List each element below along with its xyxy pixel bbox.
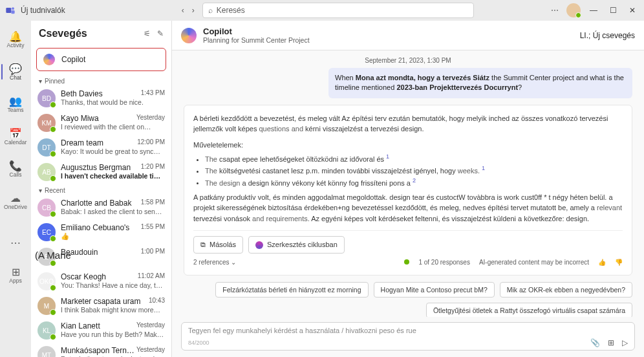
send-icon[interactable]: ▷: [622, 338, 628, 347]
copilot-label: Copilot: [61, 55, 85, 64]
rail-item-calls[interactable]: 📞Calls: [1, 154, 30, 184]
chat-name: Charlotte and Babak: [61, 199, 141, 208]
user-avatar[interactable]: [566, 3, 581, 17]
chat-preview: Kayo: It would be great to sync…: [61, 147, 165, 155]
window-close[interactable]: ✕: [626, 6, 639, 15]
rail-item-teams[interactable]: 👥Teams: [1, 89, 30, 119]
chat-item[interactable]: CBCharlotte and Babak1:58 PMBabak: I ask…: [31, 195, 171, 220]
chat-item[interactable]: ECEmiliano Cebuano's1:55 PM👍: [31, 220, 171, 244]
chat-time: 1:58 PM: [141, 199, 165, 208]
search-input[interactable]: ⌕ Keresés: [202, 3, 474, 18]
rail-item-calendar[interactable]: 📅Calendar: [1, 122, 30, 151]
chat-preview: 👍: [61, 232, 165, 241]
thumbs-down-icon[interactable]: 👎: [615, 257, 623, 267]
date-separator: September 21, 2023, 1:30 PM: [184, 57, 632, 64]
chat-preview: I reviewed with the client on…: [61, 123, 165, 131]
new-chat-icon[interactable]: ✎: [157, 29, 164, 38]
chat-name: Kayo Miwa: [61, 114, 136, 123]
avatar: M: [38, 297, 56, 315]
copilot-icon: [181, 28, 197, 43]
attach-icon[interactable]: 📎: [590, 338, 600, 347]
chat-time: 1:55 PM: [141, 223, 165, 232]
window-minimize[interactable]: —: [587, 6, 600, 15]
onedrive-icon: ☁: [10, 192, 21, 204]
disclaimer: AI-generated content may be incorrect: [479, 257, 589, 267]
more-icon: ⋯: [10, 237, 21, 248]
suggestion-chip[interactable]: Ötletgyűjtési ötletek a Rattyt összefogó…: [426, 303, 632, 317]
header-right[interactable]: LI.; Új csevegés: [580, 31, 635, 40]
conversation-title: Copilot: [203, 27, 310, 36]
response-count: 1 of 20 responses: [418, 257, 470, 267]
chat-sidebar: Csevegés ⚟ ✎ Copilot ▾Pinned BDBeth Davi…: [31, 21, 172, 357]
chat-preview: I haven't checked available time…: [61, 172, 165, 180]
edit-loop-button[interactable]: Szerkesztés ciklusban: [248, 236, 345, 254]
avatar: KL: [38, 321, 56, 340]
chat-preview: You: Thanks! Have a nice day, t…: [61, 281, 165, 289]
chat-name: Kian Lanett: [61, 321, 136, 330]
loop-icon: [255, 241, 263, 249]
rail-item-chat[interactable]: 💬Chat: [1, 57, 30, 87]
chat-name: Emiliano Cebuano's: [61, 223, 141, 232]
search-placeholder: Keresés: [217, 6, 245, 15]
avatar: MT: [38, 346, 56, 357]
calls-icon: 📞: [9, 160, 22, 171]
chat-name: Marketer csapata uram: [61, 297, 149, 306]
chat-name: Munkaósapon Ternate: [61, 346, 136, 355]
chat-item[interactable]: MMarketer csapata uram10:43I think Babak…: [31, 294, 171, 318]
chat-item[interactable]: BBeaudouin1:00 PM: [31, 244, 171, 269]
chat-item[interactable]: MTMunkaósapon TernateYesterdayReta: Let'…: [31, 343, 171, 357]
chat-time: 10:43: [149, 297, 165, 306]
more-icon[interactable]: ⋯: [551, 6, 560, 15]
sidebar-item-copilot[interactable]: Copilot: [36, 48, 166, 71]
conversation-subtitle: Planning for Summit Center Project: [203, 36, 310, 44]
chat-time: Yesterday: [136, 346, 165, 355]
copy-icon: ⧉: [200, 239, 206, 250]
rail-item-onedrive[interactable]: ☁OneDrive: [1, 186, 30, 216]
user-message: When Mona azt mondta, hogy a tervezés Si…: [328, 68, 632, 98]
chat-name: Beaudouin: [61, 248, 141, 257]
apps-icon: ⊞: [12, 266, 20, 277]
grid-icon[interactable]: ⊞: [608, 338, 614, 347]
nav-forward-icon[interactable]: ›: [192, 6, 195, 15]
chat-item[interactable]: DTDream team12:00 PMKayo: It would be gr…: [31, 135, 171, 160]
svg-rect-0: [6, 8, 11, 13]
svg-rect-2: [11, 10, 14, 14]
suggestion-chip[interactable]: Mik az OKR-ek ebben a negyedévben?: [500, 282, 632, 298]
suggestion-chip[interactable]: Hogyan Mite a Contoso precut bM?: [374, 282, 495, 298]
chat-time: Yesterday: [136, 321, 165, 330]
chat-name: Augusztus Bergman: [61, 163, 141, 172]
assistant-message: A bérleti kezdődött a bevezetést, és mel…: [184, 105, 632, 276]
section-pinned[interactable]: ▾Pinned: [31, 75, 171, 86]
sidebar-title: Csevegés: [39, 28, 137, 39]
chevron-down-icon: ⌄: [231, 259, 236, 266]
chat-item[interactable]: OKOOscar Keogh11:02 AMYou: Thanks! Have …: [31, 269, 171, 294]
rail-item-activity[interactable]: 🔔Activity: [1, 25, 30, 54]
thumbs-up-icon[interactable]: 👍: [598, 257, 606, 267]
chat-item[interactable]: BDBeth Davies1:43 PMThanks, that would b…: [31, 86, 171, 111]
chat-item[interactable]: KMKayo MiwaYesterdayI reviewed with the …: [31, 111, 171, 135]
chat-item[interactable]: ABAugusztus Bergman1:20 PMI haven't chec…: [31, 160, 171, 184]
chat-name: Dream team: [61, 138, 137, 147]
rail-item-apps[interactable]: ⊞Apps: [1, 260, 30, 290]
window-maximize[interactable]: ☐: [606, 6, 619, 15]
nav-back-icon[interactable]: ‹: [182, 6, 184, 15]
chat-time: 1:20 PM: [141, 163, 165, 172]
section-recent[interactable]: ▾Recent: [31, 184, 171, 195]
svg-point-1: [12, 7, 14, 10]
chat-preview: I think Babak might know more…: [61, 306, 165, 314]
app-rail: 🔔Activity💬Chat👥Teams📅Calendar📞Calls☁OneD…: [0, 21, 31, 357]
chat-item[interactable]: KLKian LanettYesterdayHave you run this …: [31, 318, 171, 343]
copy-button[interactable]: ⧉Másolás: [193, 236, 243, 254]
references-toggle[interactable]: 2 references ⌄: [193, 257, 236, 267]
compose-box[interactable]: Tegyen fel egy munkahelyi kérdést a hasz…: [181, 322, 635, 351]
avatar: DT: [38, 138, 56, 157]
compose-placeholder: Tegyen fel egy munkahelyi kérdést a hasz…: [188, 327, 628, 334]
search-icon: ⌕: [208, 6, 213, 15]
window-title: Új tudnivalók: [21, 6, 65, 15]
calendar-icon: 📅: [9, 127, 22, 139]
rail-item-more[interactable]: ⋯: [1, 228, 30, 257]
filter-icon[interactable]: ⚟: [144, 29, 151, 38]
char-count: 84/2000: [188, 340, 209, 346]
suggestion-chip[interactable]: Felzárkóztatás bérleti én hiányzott ez m…: [215, 282, 368, 298]
chat-preview: Have you run this by Beth? Mak…: [61, 330, 165, 338]
